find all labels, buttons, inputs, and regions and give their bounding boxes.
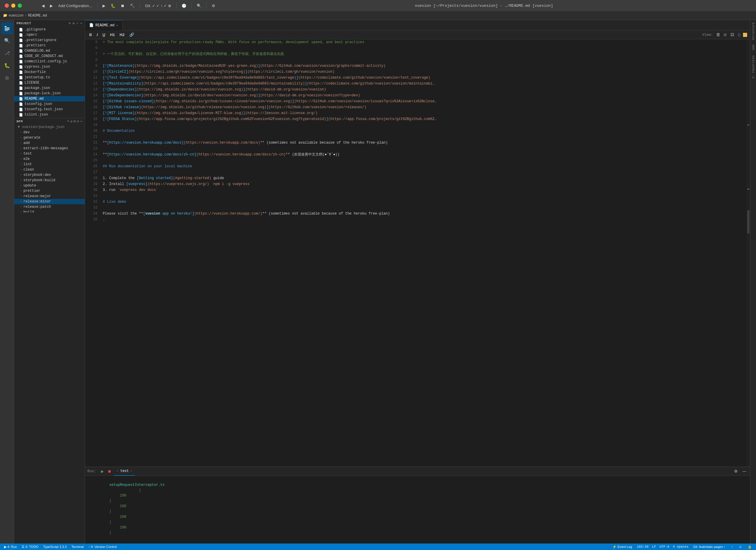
npm-script-prettier[interactable]: prettier: [14, 188, 85, 193]
npm-script-test[interactable]: test: [14, 151, 85, 156]
settings-icon[interactable]: ⚙: [69, 21, 71, 25]
collapse-icon[interactable]: —: [76, 21, 79, 25]
debug-button[interactable]: 🐛: [109, 3, 117, 9]
npm-add-icon[interactable]: +: [67, 119, 69, 123]
npm-settings-icon[interactable]: ⚙: [77, 119, 79, 123]
git-nav-icon[interactable]: ⎇: [1, 47, 13, 59]
h2-button[interactable]: H2: [118, 32, 126, 37]
tree-item-prettierc[interactable]: 📄 .prettierc: [14, 43, 85, 48]
tree-item-package[interactable]: 📄 package.json: [14, 85, 85, 91]
view-split-btn[interactable]: ⊞: [722, 32, 728, 37]
npm-script-clean[interactable]: clean: [14, 167, 85, 172]
status-branch-btn[interactable]: Git: feat/static-pages ↑: [692, 545, 726, 549]
npm-script-dev[interactable]: dev: [14, 130, 85, 135]
tree-item-commitlint[interactable]: 📄 commitlint.config.js: [14, 59, 85, 64]
tree-item-dockerfile[interactable]: 📄 Dockerfile: [14, 69, 85, 75]
npm-script-release-major[interactable]: release:major: [14, 193, 85, 199]
npm-header[interactable]: npm + ↺ ⊟ ⚙ ⋯: [14, 118, 85, 124]
more-icon[interactable]: ⋯: [80, 21, 82, 25]
project-header[interactable]: Project ⚙ ⇅ — ⋯: [14, 20, 85, 26]
search-nav-icon[interactable]: 🔍: [1, 35, 13, 47]
status-event-log-btn[interactable]: ⚡ Event Log: [611, 545, 633, 549]
underline-button[interactable]: U: [101, 32, 106, 37]
italic-button[interactable]: I: [95, 32, 99, 37]
tree-item-license[interactable]: 📄 LICENSE: [14, 80, 85, 85]
npm-more-icon[interactable]: ⋯: [80, 119, 82, 123]
history-button[interactable]: 🕐: [180, 3, 188, 9]
npm-script-build[interactable]: build: [14, 209, 85, 212]
stop-button[interactable]: ⏹: [119, 3, 126, 9]
npm-script-release-patch[interactable]: release:patch: [14, 204, 85, 209]
extensions-nav-icon[interactable]: ⧉: [1, 72, 13, 84]
npm-refresh-icon[interactable]: ↺: [71, 119, 73, 123]
back-button[interactable]: ◀: [40, 3, 46, 9]
code-content[interactable]: > The most complete boilerplate for prod…: [100, 39, 747, 467]
npm-collapse-icon[interactable]: ⊟: [74, 119, 76, 123]
structure-label[interactable]: Structure: [751, 20, 756, 42]
tree-item-changelog[interactable]: 📄 CHANGELOG.md: [14, 48, 85, 53]
npm-script-extract[interactable]: extract-i18n-messages: [14, 146, 85, 151]
status-warning-btn[interactable]: ⚠: [738, 545, 743, 549]
add-config-button[interactable]: Add Configuration...: [57, 3, 94, 9]
tree-item-tsconfig-test[interactable]: 📄 tsconfig.test.json: [14, 107, 85, 112]
status-terminal-btn[interactable]: Terminal: [70, 545, 85, 549]
link-button[interactable]: 🔗: [128, 32, 135, 37]
forward-button[interactable]: ▶: [48, 3, 54, 9]
npm-v-label[interactable]: npm: [751, 42, 756, 53]
tree-item-tslint[interactable]: 📄 tslint.json: [14, 112, 85, 117]
npm-script-add[interactable]: add: [14, 140, 85, 146]
tree-item-gitignore[interactable]: 📄 .gitignore: [14, 27, 85, 32]
code-editor[interactable]: 5678 9101112 13141516 17181920 21222324 …: [85, 39, 750, 467]
sort-icon[interactable]: ⇅: [73, 21, 75, 25]
npm-script-generate[interactable]: generate: [14, 135, 85, 140]
maximize-button[interactable]: [18, 4, 22, 8]
npm-script-e2e[interactable]: e2e: [14, 156, 85, 162]
bottom-close-btn[interactable]: —: [741, 468, 748, 474]
bottom-stop-btn[interactable]: ⏹: [106, 469, 113, 474]
tree-item-readme[interactable]: 📄 README.md: [14, 96, 85, 101]
breadcrumb-project[interactable]: vuesion: [9, 14, 23, 18]
close-button[interactable]: [5, 4, 9, 8]
bold-button[interactable]: B: [88, 32, 93, 37]
npm-script-release-minor[interactable]: release:minor: [14, 199, 85, 204]
status-todo-btn[interactable]: ☰ 6: TODO: [20, 545, 40, 549]
npm-script-storybook-dev[interactable]: storybook:dev: [14, 172, 85, 178]
view-preview-btn[interactable]: 🖼: [729, 32, 735, 37]
status-run-btn[interactable]: ▶ 4: Run: [3, 545, 18, 549]
bottom-settings-btn[interactable]: ⚙: [733, 468, 739, 474]
status-vc-btn[interactable]: ↑ 9: Version Control: [87, 545, 118, 549]
favorites-label[interactable]: 2: Favorites: [751, 53, 756, 81]
view-html-btn[interactable]: ⟨⟩: [737, 32, 742, 37]
explorer-icon[interactable]: [1, 22, 13, 34]
tree-item-cypress[interactable]: 📄 cypress.json: [14, 64, 85, 69]
git-button[interactable]: Git: ✓ ✓ ↑ ✓ ⊕: [144, 3, 173, 9]
status-ts-btn[interactable]: TypeScript 3.3.3: [42, 545, 68, 549]
npm-script-storybook-build[interactable]: storybook:build: [14, 178, 85, 183]
tab-close-button[interactable]: ✕: [116, 24, 118, 27]
tree-item-packagelock[interactable]: 📄 package-lock.json: [14, 91, 85, 96]
tree-item-npmrc[interactable]: 📄 .npmrc: [14, 32, 85, 38]
npm-package-file[interactable]: ▼ vuesion/package.json: [14, 124, 85, 130]
tree-item-prettierignore[interactable]: 📄 .prettierignore: [14, 38, 85, 43]
tree-item-coc[interactable]: 📄 CODE_OF_CONDUCT.md: [14, 53, 85, 59]
debug-nav-icon[interactable]: 🐛: [1, 60, 13, 71]
bottom-tab-test[interactable]: ✓ test ✕: [114, 467, 135, 476]
tree-item-tsconfig[interactable]: 📄 tsconfig.json: [14, 101, 85, 107]
scrollbar-area[interactable]: [747, 39, 750, 467]
status-lock-btn[interactable]: 🔒: [747, 545, 753, 549]
settings-button[interactable]: ⚙: [210, 3, 217, 9]
rebuild-button[interactable]: 🔨: [128, 3, 136, 9]
breadcrumb-file[interactable]: README.md: [28, 14, 47, 18]
minimize-button[interactable]: [11, 4, 15, 8]
view-source-btn[interactable]: ☰: [715, 32, 721, 37]
tree-item-jestsetup[interactable]: 📄 jestsetup.ts: [14, 75, 85, 80]
bottom-tab-close[interactable]: ✕: [130, 469, 132, 473]
bottom-run-btn[interactable]: ▶: [100, 469, 105, 474]
run-button[interactable]: ▶: [101, 3, 107, 9]
h1-button[interactable]: H1: [109, 32, 116, 37]
npm-script-lint[interactable]: lint: [14, 162, 85, 167]
status-up-btn[interactable]: ↑: [730, 545, 734, 549]
tab-readme[interactable]: 📄 README.md ✕: [85, 20, 123, 30]
npm-script-update[interactable]: update: [14, 183, 85, 188]
search-button[interactable]: 🔍: [195, 3, 203, 9]
